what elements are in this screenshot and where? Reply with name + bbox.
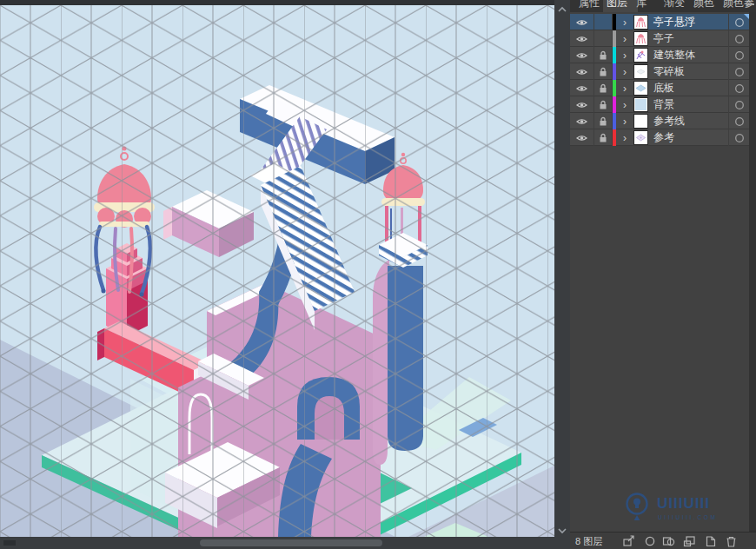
visibility-toggle[interactable] — [570, 30, 594, 47]
eye-icon — [576, 117, 587, 126]
expand-arrow[interactable]: › — [618, 129, 632, 146]
tab-properties[interactable]: 属性 — [579, 0, 600, 11]
target-circle[interactable] — [728, 129, 749, 146]
locate-object-icon[interactable] — [643, 535, 657, 547]
layer-name[interactable]: 建筑整体 — [653, 47, 695, 63]
target-icon — [734, 83, 745, 94]
lock-icon — [599, 116, 607, 126]
layer-row[interactable]: › 参考线 — [570, 113, 749, 129]
horizontal-scrollbar[interactable] — [0, 537, 554, 549]
watermark-brand: UIIIUIII — [657, 495, 710, 513]
lock-toggle[interactable] — [594, 96, 613, 113]
lock-toggle[interactable] — [594, 14, 613, 30]
layer-row[interactable]: › 建筑整体 — [570, 47, 749, 63]
eye-icon — [576, 68, 587, 76]
tab-layers[interactable]: 图层 — [607, 0, 627, 11]
target-icon — [734, 116, 745, 127]
layer-thumbnail[interactable] — [633, 113, 649, 129]
expand-arrow[interactable]: › — [618, 80, 632, 96]
target-circle[interactable] — [728, 63, 749, 80]
layer-row[interactable]: › 背景 — [570, 96, 749, 113]
guides-thumb — [633, 114, 648, 129]
new-layer-icon[interactable] — [704, 535, 718, 547]
layer-row[interactable]: › 亭子 — [570, 30, 749, 47]
tab-libraries[interactable]: 库 — [636, 0, 647, 11]
artwork — [0, 5, 554, 537]
target-circle[interactable] — [728, 113, 749, 129]
panel-menu-icon[interactable] — [746, 3, 754, 5]
panel-scroll-gutter[interactable] — [749, 12, 756, 549]
visibility-toggle[interactable] — [570, 80, 594, 96]
layer-thumbnail[interactable] — [633, 63, 649, 80]
layer-thumbnail[interactable] — [633, 129, 649, 146]
artboard-canvas[interactable] — [0, 5, 554, 537]
layer-thumbnail[interactable] — [633, 14, 649, 30]
new-sublayer-icon[interactable] — [683, 535, 697, 547]
expand-arrow[interactable]: › — [618, 63, 632, 80]
layer-thumbnail[interactable] — [633, 80, 649, 96]
visibility-toggle[interactable] — [570, 129, 594, 146]
eye-icon — [576, 101, 587, 109]
delete-layer-icon[interactable] — [725, 535, 739, 547]
layer-color-bar — [613, 63, 616, 80]
target-circle[interactable] — [728, 47, 749, 63]
layer-row[interactable]: › 底板 — [570, 80, 749, 96]
layer-row[interactable]: › 参考 — [570, 129, 749, 146]
expand-arrow[interactable]: › — [618, 47, 632, 63]
layer-name[interactable]: 参考 — [653, 129, 674, 146]
eye-icon — [576, 134, 587, 142]
layer-color-bar — [613, 96, 616, 113]
eye-icon — [576, 84, 587, 93]
layer-thumbnail[interactable] — [633, 30, 649, 47]
scroll-corner — [3, 540, 16, 546]
lock-toggle[interactable] — [594, 113, 613, 129]
layer-name[interactable]: 底板 — [653, 80, 674, 96]
lock-toggle[interactable] — [594, 63, 613, 80]
lock-icon — [599, 133, 607, 142]
expand-arrow[interactable]: › — [618, 30, 632, 47]
reference-thumb — [633, 130, 648, 145]
visibility-toggle[interactable] — [570, 63, 594, 80]
building-thumb — [633, 48, 648, 63]
watermark-logo-icon — [624, 492, 652, 523]
layer-name[interactable]: 背景 — [653, 96, 674, 113]
layer-color-bar — [613, 47, 616, 63]
clipping-mask-icon[interactable] — [662, 535, 676, 547]
lock-toggle[interactable] — [594, 30, 613, 47]
layer-name[interactable]: 参考线 — [653, 113, 685, 129]
visibility-toggle[interactable] — [570, 47, 594, 63]
plates-thumb — [633, 64, 648, 79]
target-icon — [734, 50, 745, 61]
target-circle[interactable] — [728, 80, 749, 96]
target-circle[interactable] — [728, 30, 749, 47]
expand-arrow[interactable]: › — [618, 96, 632, 113]
lock-toggle[interactable] — [594, 80, 613, 96]
layer-row[interactable]: › 零碎板 — [570, 63, 749, 80]
panel-empty-area — [570, 146, 749, 532]
layer-thumbnail[interactable] — [633, 47, 649, 63]
layer-color-bar — [613, 14, 616, 30]
layer-count: 8 图层 — [575, 535, 602, 548]
tab-color[interactable]: 颜色 — [693, 0, 714, 11]
visibility-toggle[interactable] — [570, 96, 594, 113]
expand-arrow[interactable]: › — [618, 14, 632, 30]
layer-name[interactable]: 亭子 — [653, 30, 674, 47]
tab-color-guide[interactable]: 颜色参 — [723, 0, 754, 11]
layer-name[interactable]: 零碎板 — [653, 63, 685, 80]
layer-thumbnail[interactable] — [633, 96, 649, 113]
lock-toggle[interactable] — [594, 129, 613, 146]
vertical-scrollbar[interactable] — [554, 0, 570, 549]
horizontal-scroll-thumb[interactable] — [200, 539, 382, 546]
lock-toggle[interactable] — [594, 47, 613, 63]
visibility-toggle[interactable] — [570, 14, 594, 30]
target-circle[interactable] — [728, 96, 749, 113]
target-icon — [734, 34, 745, 44]
scroll-up-icon[interactable] — [557, 5, 567, 14]
expand-arrow[interactable]: › — [618, 113, 632, 129]
tab-gradient[interactable]: 渐变 — [664, 0, 685, 11]
layer-row[interactable]: › 亭子悬浮 — [570, 14, 749, 30]
layer-name[interactable]: 亭子悬浮 — [653, 14, 695, 30]
scroll-down-icon[interactable] — [557, 526, 567, 535]
collect-export-icon[interactable] — [622, 535, 636, 547]
visibility-toggle[interactable] — [570, 113, 594, 129]
